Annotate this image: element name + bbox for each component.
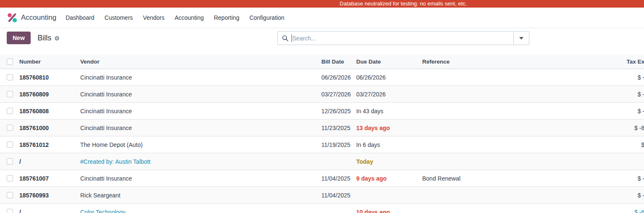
cell-vendor[interactable]: Color Technology [80, 204, 315, 213]
app-title[interactable]: Accounting [21, 13, 56, 22]
cell-due-date[interactable]: 10 days ago [356, 204, 419, 213]
cell-vendor[interactable]: Cincinatti Insurance [80, 69, 315, 85]
row-checkbox-cell [7, 153, 13, 170]
row-checkbox[interactable] [7, 158, 13, 165]
table-row[interactable]: 185760810 Cincinatti Insurance 06/26/202… [0, 69, 644, 86]
nav-item-vendors[interactable]: Vendors [143, 14, 164, 21]
cell-due-date[interactable]: In 43 days [356, 103, 419, 119]
nav-item-configuration[interactable]: Configuration [250, 14, 284, 21]
cell-bill-date[interactable] [321, 153, 353, 170]
cell-number[interactable]: 185761012 [19, 136, 78, 153]
cell-number[interactable]: 185761007 [19, 170, 78, 186]
row-checkbox[interactable] [7, 209, 13, 213]
cell-tax-excluded[interactable]: $ -8 [560, 120, 644, 136]
table-row[interactable]: 185761012 The Home Depot (Auto) 11/19/20… [0, 136, 644, 153]
cell-tax-excluded[interactable]: $ - [560, 86, 644, 102]
table-row[interactable]: / #Created by: Austin Talbott Today [0, 153, 644, 170]
cell-number[interactable]: 185760809 [19, 86, 78, 102]
cell-tax-excluded[interactable]: $ [560, 136, 644, 153]
cell-number[interactable]: / [19, 153, 78, 170]
cell-bill-date[interactable]: 11/23/2025 [321, 120, 353, 136]
row-checkbox[interactable] [7, 74, 13, 80]
nav-item-dashboard[interactable]: Dashboard [66, 14, 95, 21]
cell-bill-date[interactable] [321, 204, 353, 213]
row-checkbox[interactable] [7, 108, 13, 114]
row-checkbox[interactable] [7, 91, 13, 97]
table-row[interactable]: 185761007 Cincinatti Insurance 11/04/202… [0, 170, 644, 187]
text-cursor [292, 35, 292, 42]
column-header-tax-excluded[interactable]: Tax Ex [560, 54, 644, 69]
cell-number[interactable]: / [19, 204, 78, 213]
cell-reference[interactable] [422, 69, 557, 85]
top-nav: Accounting DashboardCustomersVendorsAcco… [0, 8, 644, 28]
cell-tax-excluded[interactable]: $ -6 [560, 204, 644, 213]
cell-vendor[interactable]: Cincinatti Insurance [80, 170, 315, 186]
cell-due-date[interactable] [356, 187, 419, 203]
cell-reference[interactable] [422, 120, 557, 136]
cell-number[interactable]: 185760808 [19, 103, 78, 119]
cell-reference[interactable] [422, 153, 557, 170]
search-dropdown-toggle[interactable] [513, 32, 529, 45]
cell-reference[interactable] [422, 103, 557, 119]
cell-bill-date[interactable]: 03/27/2026 [321, 86, 353, 102]
cell-due-date[interactable]: Today [356, 153, 419, 170]
table-row[interactable]: 185760809 Cincinatti Insurance 03/27/202… [0, 86, 644, 103]
control-panel: New Bills ⚙ Search... [0, 28, 644, 48]
search-input[interactable]: Search... [278, 32, 513, 45]
cell-bill-date[interactable]: 12/26/2025 [321, 103, 353, 119]
row-checkbox[interactable] [7, 175, 13, 181]
new-button[interactable]: New [7, 32, 31, 44]
nav-item-accounting[interactable]: Accounting [175, 14, 204, 21]
column-header-reference[interactable]: Reference [422, 54, 557, 69]
row-checkbox[interactable] [7, 125, 13, 131]
cell-vendor[interactable]: Cincinatti Insurance [80, 86, 315, 102]
cell-due-date[interactable]: 13 days ago [356, 120, 419, 136]
cell-tax-excluded[interactable]: $ - [560, 103, 644, 119]
cell-number[interactable]: 185761000 [19, 120, 78, 136]
cell-bill-date[interactable]: 11/04/2025 [321, 170, 353, 186]
select-all-checkbox[interactable] [7, 59, 13, 65]
select-all-checkbox-cell [7, 54, 13, 69]
cell-number[interactable]: 185760993 [19, 187, 78, 203]
cell-bill-date[interactable]: 11/04/2025 [321, 187, 353, 203]
cell-vendor[interactable]: #Created by: Austin Talbott [80, 153, 315, 170]
table-row[interactable]: 185760808 Cincinatti Insurance 12/26/202… [0, 103, 644, 120]
cell-bill-date[interactable]: 06/26/2026 [321, 69, 353, 85]
accounting-app-icon[interactable] [7, 12, 18, 23]
cell-due-date[interactable]: In 6 days [356, 136, 419, 153]
column-header-bill-date[interactable]: Bill Date [321, 54, 353, 69]
nav-item-reporting[interactable]: Reporting [214, 14, 239, 21]
cell-tax-excluded[interactable] [560, 153, 644, 170]
column-header-vendor[interactable]: Vendor [80, 54, 315, 69]
cell-vendor[interactable]: Cincinatti Insurance [80, 120, 315, 136]
cell-reference[interactable] [422, 204, 557, 213]
cell-reference[interactable] [422, 136, 557, 153]
cell-due-date[interactable]: 9 days ago [356, 170, 419, 186]
cell-due-date[interactable]: 03/27/2026 [356, 86, 419, 102]
cell-tax-excluded[interactable]: $ - [560, 69, 644, 85]
table-row[interactable]: 185760993 Rick Seargeant 11/04/2025 $ - [0, 187, 644, 204]
row-checkbox-cell [7, 204, 13, 213]
cell-vendor[interactable]: Cincinatti Insurance [80, 103, 315, 119]
table-row[interactable]: 185761000 Cincinatti Insurance 11/23/202… [0, 120, 644, 136]
cell-vendor[interactable]: The Home Depot (Auto) [80, 136, 315, 153]
nav-item-customers[interactable]: Customers [105, 14, 133, 21]
cell-number[interactable]: 185760810 [19, 69, 78, 85]
nav-menu: DashboardCustomersVendorsAccountingRepor… [66, 14, 284, 21]
cell-reference[interactable] [422, 86, 557, 102]
cell-tax-excluded[interactable]: $ - [560, 170, 644, 186]
cell-vendor[interactable]: Rick Seargeant [80, 187, 315, 203]
chevron-down-icon [519, 37, 523, 40]
gear-icon[interactable]: ⚙ [54, 35, 60, 41]
column-header-due-date[interactable]: Due Date [356, 54, 419, 69]
table-row[interactable]: / Color Technology 10 days ago $ -6 [0, 204, 644, 213]
row-checkbox-cell [7, 86, 13, 102]
cell-due-date[interactable]: 06/26/2026 [356, 69, 419, 85]
cell-tax-excluded[interactable]: $ - [560, 187, 644, 203]
cell-reference[interactable] [422, 187, 557, 203]
cell-reference[interactable]: Bond Renewal [422, 170, 557, 186]
row-checkbox[interactable] [7, 192, 13, 198]
cell-bill-date[interactable]: 11/19/2025 [321, 136, 353, 153]
row-checkbox[interactable] [7, 141, 13, 148]
column-header-number[interactable]: Number [19, 54, 78, 69]
